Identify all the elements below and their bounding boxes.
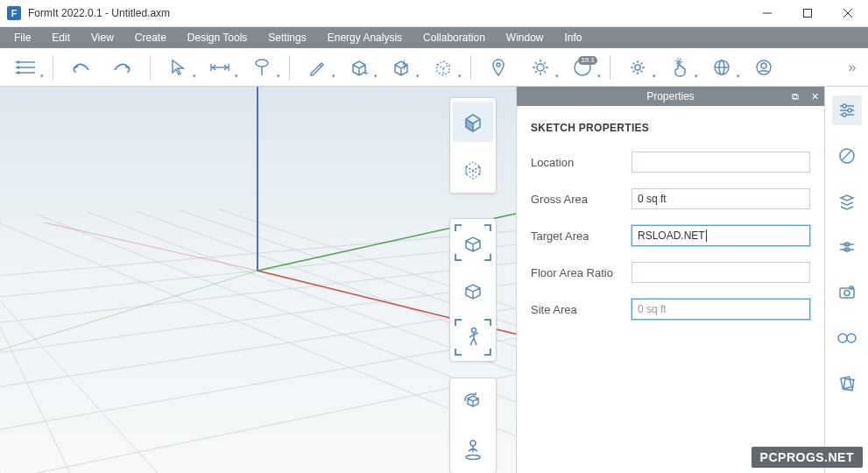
svg-point-7 [18, 61, 19, 63]
measure-tool[interactable]: ▾ [200, 53, 240, 82]
svg-point-73 [844, 291, 850, 296]
menu-edit[interactable]: Edit [41, 27, 81, 48]
menubar: File Edit View Create Design Tools Setti… [0, 27, 868, 48]
menu-info[interactable]: Info [554, 27, 593, 48]
location-field[interactable] [632, 152, 810, 173]
sun-tool[interactable]: ▾ [520, 53, 561, 82]
transform-toolbar [449, 378, 497, 473]
menu-window[interactable]: Window [496, 27, 554, 48]
gross-area-label: Gross Area [531, 193, 632, 206]
app-icon: F [7, 6, 21, 20]
svg-line-25 [544, 62, 546, 64]
panel-pin-button[interactable]: ⧉ [786, 87, 805, 106]
svg-point-76 [847, 334, 856, 342]
materials-tab-icon[interactable] [832, 141, 862, 171]
orbit-button[interactable] [453, 222, 493, 263]
main-toolbar: ▾ ▾ ▾ ▾ ▾ +▾ ▾ ▾ ▾ 19.1▾ ▾ ▾ ▾ » [0, 48, 868, 87]
select-tool[interactable]: ▾ [158, 53, 198, 82]
navigation-toolbar [449, 218, 497, 362]
levels-tab-icon[interactable] [832, 232, 862, 262]
svg-point-58 [472, 328, 476, 333]
touch-tool[interactable]: ▾ [660, 53, 700, 82]
group-tool[interactable]: ▾ [423, 53, 463, 82]
menu-create[interactable]: Create [124, 27, 177, 48]
location-label: Location [531, 156, 632, 169]
visual-styles-tab-icon[interactable] [832, 323, 862, 353]
svg-point-66 [843, 113, 846, 116]
scenes-tab-icon[interactable] [832, 278, 862, 307]
svg-line-22 [535, 62, 537, 64]
window-title: FormIt 2022.0.1 - Untitled.axm [28, 7, 747, 19]
svg-point-8 [18, 67, 19, 68]
settings-tool[interactable]: ▾ [617, 53, 658, 82]
wireframe-view-button[interactable] [453, 149, 493, 189]
svg-point-65 [848, 109, 851, 112]
titlebar: F FormIt 2022.0.1 - Untitled.axm [0, 0, 868, 27]
walk-button[interactable] [453, 317, 493, 357]
properties-panel: Properties ⧉ ✕ SKETCH PROPERTIES Locatio… [516, 87, 824, 473]
swivel-button[interactable] [453, 429, 493, 469]
panel-close-button[interactable]: ✕ [805, 87, 824, 106]
menu-collaboration[interactable]: Collaboration [413, 27, 496, 48]
content-library-tab-icon[interactable] [832, 369, 862, 399]
dynamo-tool[interactable]: ▾ [381, 53, 421, 82]
rotate-button[interactable] [453, 382, 493, 422]
energy-badge: 19.1 [578, 56, 597, 65]
menu-file[interactable]: File [4, 27, 41, 48]
svg-point-17 [537, 64, 544, 71]
site-area-label: Site Area [531, 303, 632, 316]
svg-text:+: + [363, 68, 369, 77]
location-tool[interactable] [478, 53, 519, 82]
svg-point-75 [838, 334, 847, 342]
menu-design-tools[interactable]: Design Tools [177, 27, 258, 48]
user-tool[interactable] [744, 53, 784, 82]
palette-toolbar [824, 87, 868, 473]
redo-button[interactable] [102, 53, 143, 82]
list-tool[interactable]: ▾ [5, 53, 46, 82]
svg-point-13 [256, 60, 268, 67]
layers-tab-icon[interactable] [832, 187, 862, 216]
overflow-button[interactable]: » [842, 53, 863, 82]
shaded-view-button[interactable] [453, 102, 493, 142]
properties-tab-icon[interactable] [832, 95, 862, 125]
primitive-tool[interactable]: +▾ [339, 53, 379, 82]
properties-panel-title: Properties [646, 90, 695, 102]
maximize-button[interactable] [787, 0, 828, 27]
pan-button[interactable] [453, 270, 493, 310]
minimize-button[interactable] [747, 0, 787, 27]
svg-point-27 [635, 65, 640, 70]
menu-settings[interactable]: Settings [258, 27, 316, 48]
svg-point-59 [470, 441, 476, 446]
undo-button[interactable] [60, 53, 101, 82]
workspace: Properties ⧉ ✕ SKETCH PROPERTIES Locatio… [0, 87, 868, 473]
sketch-properties-heading: SKETCH PROPERTIES [531, 122, 810, 134]
watermark: PCPROGS.NET [752, 447, 863, 468]
site-area-field[interactable]: 0 sq ft [632, 299, 810, 320]
energy-tool[interactable]: 19.1▾ [562, 53, 603, 82]
display-mode-toolbar [449, 97, 497, 194]
svg-rect-1 [804, 10, 812, 18]
target-area-field[interactable]: RSLOAD.NET [632, 225, 810, 246]
svg-point-16 [497, 63, 500, 67]
pencil-tool[interactable]: ▾ [297, 53, 337, 82]
gross-area-field[interactable]: 0 sq ft [632, 188, 810, 209]
collaboration-tool[interactable]: ▾ [702, 53, 742, 82]
floor-area-ratio-label: Floor Area Ratio [531, 266, 632, 279]
svg-point-33 [761, 63, 766, 68]
menu-view[interactable]: View [81, 27, 124, 48]
section-tool[interactable]: ▾ [242, 53, 282, 82]
floor-area-ratio-field[interactable] [632, 262, 810, 283]
svg-point-64 [843, 104, 846, 108]
target-area-label: Target Area [531, 229, 632, 243]
svg-line-24 [535, 71, 537, 73]
properties-panel-header[interactable]: Properties ⧉ ✕ [517, 87, 824, 106]
svg-point-60 [466, 455, 480, 460]
svg-line-23 [544, 71, 546, 73]
svg-point-9 [18, 72, 19, 74]
close-button[interactable] [828, 0, 868, 27]
menu-energy-analysis[interactable]: Energy Analysis [317, 27, 413, 48]
